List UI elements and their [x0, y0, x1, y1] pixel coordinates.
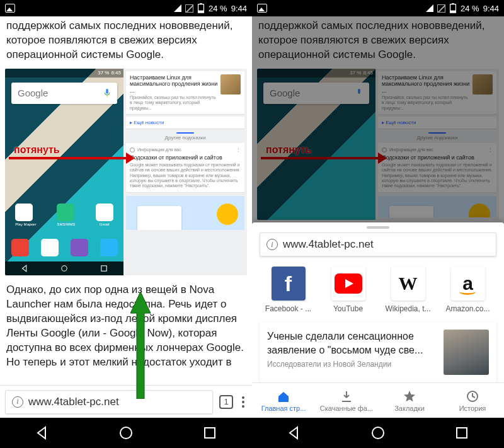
mini-battery: 37 %	[98, 70, 109, 76]
status-time: 9:44	[231, 4, 247, 13]
tab-count: 1	[224, 397, 228, 406]
yt-icon	[331, 267, 365, 301]
svg-rect-12	[205, 428, 215, 438]
image-notification-icon	[257, 4, 267, 13]
svg-rect-4	[106, 89, 108, 94]
site-fb[interactable]: fFacebook - ...	[263, 267, 314, 313]
tab-download[interactable]: Скачанные фа...	[315, 383, 378, 418]
wifi-icon	[174, 4, 181, 12]
app-icon	[100, 239, 118, 256]
tab-history[interactable]: История	[441, 383, 504, 418]
site-am[interactable]: aAmazon.co...	[443, 267, 493, 313]
no-sim-icon	[185, 4, 193, 13]
svg-point-11	[120, 427, 132, 439]
news-card[interactable]: Ученые сделали сенсационное заявление о …	[260, 322, 496, 382]
status-bar: 24 % 9:44	[0, 0, 252, 16]
pull-arrow	[9, 157, 127, 159]
home-button[interactable]	[118, 425, 134, 441]
download-icon	[340, 389, 353, 403]
battery-percent: 24 %	[461, 4, 479, 13]
drag-handle[interactable]	[367, 226, 389, 229]
svg-marker-10	[38, 427, 45, 439]
news-thumbnail	[444, 330, 489, 375]
screen-right: 24 % 9:44 поддержкой самых последних нов…	[252, 0, 504, 448]
svg-point-22	[372, 427, 384, 439]
battery-icon	[197, 3, 205, 13]
news-title: Ученые сделали сенсационное заявление о …	[267, 330, 437, 357]
composite-screenshot: 37 %8:45 Google потянуть Play МаркетSMS/…	[5, 69, 247, 275]
omnibox[interactable]: i www.4tablet-pc.net	[260, 233, 496, 256]
svg-marker-6	[23, 265, 26, 272]
back-button[interactable]	[34, 425, 50, 441]
home-icon	[277, 389, 290, 403]
system-navbar	[0, 418, 252, 448]
url-text: www.4tablet-pc.net	[28, 396, 119, 408]
svg-rect-23	[457, 428, 467, 438]
google-logo: Google	[18, 88, 48, 98]
launcher-preview: 37 %8:45 Google потянуть	[257, 69, 375, 220]
svg-rect-16	[450, 11, 456, 13]
composite-screenshot: 37 %8:45 Google потянуть Настраиваем Lin…	[257, 69, 499, 220]
app-label: Play Маркет	[15, 222, 37, 226]
bottom-tabs: Главная стр...Скачанные фа...ЗакладкиИст…	[252, 382, 504, 418]
wifi-icon	[426, 4, 433, 12]
screen-left: 24 % 9:44 поддержкой самых последних нов…	[0, 0, 252, 448]
history-icon	[466, 389, 479, 403]
site-yt[interactable]: YouTube	[323, 267, 374, 313]
recents-button[interactable]	[202, 425, 218, 441]
svg-point-7	[62, 266, 67, 271]
site-info-icon[interactable]: i	[12, 396, 23, 408]
new-tab-sheet[interactable]: i www.4tablet-pc.net fFacebook - ...YouT…	[252, 222, 504, 418]
site-wk[interactable]: WWikipedia, t...	[383, 267, 433, 313]
app-label: SMS/MMS	[57, 222, 75, 226]
page-content[interactable]: поддержкой самых последних нововведений,…	[0, 16, 252, 418]
article-top-text: поддержкой самых последних нововведений,…	[0, 16, 252, 67]
svg-rect-3	[198, 11, 204, 13]
app-icon	[41, 239, 59, 256]
top-sites: fFacebook - ...YouTubeWWikipedia, t...aA…	[252, 263, 504, 318]
back-button[interactable]	[286, 425, 302, 441]
site-info-icon[interactable]: i	[266, 239, 278, 250]
google-search-pill: Google	[11, 83, 117, 104]
app-row-2	[5, 239, 123, 256]
tab-label: Скачанные фа...	[320, 405, 373, 412]
tab-label: Закладки	[394, 405, 425, 412]
site-label: Amazon.co...	[445, 304, 490, 313]
recents-button[interactable]	[454, 425, 470, 441]
app-icon	[71, 239, 88, 256]
mini-navbar	[5, 261, 123, 275]
menu-icon[interactable]	[239, 394, 247, 410]
omnibox[interactable]: i www.4tablet-pc.net	[5, 390, 213, 414]
status-time: 9:44	[483, 4, 499, 13]
site-label: Wikipedia, t...	[385, 304, 430, 313]
tab-label: Главная стр...	[261, 405, 306, 412]
article-mid-text: Однако, до сих пор одна из вещей в Nova …	[0, 280, 252, 375]
battery-icon	[449, 3, 457, 13]
article-top-text: поддержкой самых последних нововведений,…	[252, 16, 504, 67]
no-sim-icon	[437, 4, 445, 13]
google-now-preview: Настраиваем Linux для максимального прод…	[123, 69, 247, 275]
launcher-preview: 37 %8:45 Google потянуть Play МаркетSMS/…	[5, 69, 123, 275]
mini-time: 8:45	[111, 70, 121, 76]
mic-icon	[103, 88, 111, 98]
site-label: YouTube	[333, 304, 363, 313]
app-label: Gmail	[96, 222, 113, 226]
app-icon	[96, 204, 113, 221]
wk-icon: W	[391, 267, 425, 301]
tab-switcher[interactable]: 1	[219, 395, 233, 409]
battery-percent: 24 %	[209, 4, 227, 13]
svg-rect-17	[358, 89, 360, 94]
tab-home[interactable]: Главная стр...	[252, 383, 315, 418]
star-icon	[403, 389, 416, 403]
app-icon	[57, 204, 74, 221]
news-source: Исследователи из Новой Зеландии	[267, 359, 437, 369]
url-text: www.4tablet-pc.net	[283, 238, 374, 251]
image-notification-icon	[5, 4, 15, 13]
app-icon	[15, 204, 33, 221]
home-button[interactable]	[370, 425, 386, 441]
tab-star[interactable]: Закладки	[378, 383, 441, 418]
system-navbar	[252, 418, 504, 448]
svg-marker-21	[290, 427, 297, 439]
app-row-1: Play МаркетSMS/MMSGmail	[5, 204, 123, 226]
am-icon: a	[451, 267, 485, 301]
